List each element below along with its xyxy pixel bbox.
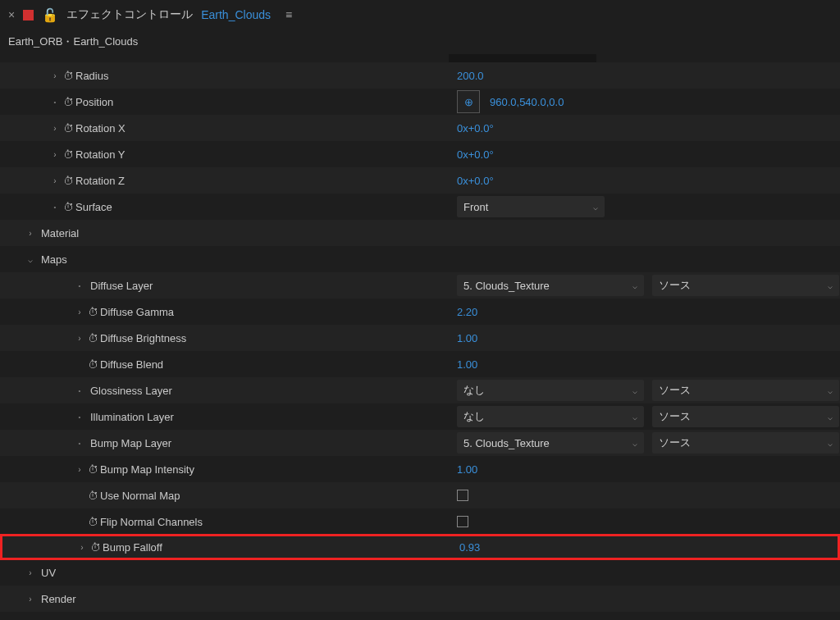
bullet-icon: • (74, 413, 85, 421)
chevron-down-icon: ⌵ (632, 386, 637, 395)
prop-row-flip-normal-channels: ⏱ Flip Normal Channels (0, 508, 840, 535)
stopwatch-icon[interactable]: ⏱ (85, 332, 100, 344)
diffuse-layer-source-dropdown[interactable]: ソース ⌵ (652, 275, 839, 296)
panel-header: × 🔓 エフェクトコントロール Earth_Clouds ≡ (0, 0, 840, 30)
glossiness-layer-source-dropdown[interactable]: ソース ⌵ (652, 380, 839, 401)
record-indicator-icon[interactable] (23, 10, 34, 21)
crosshair-button[interactable]: ⊕ (457, 90, 480, 113)
prop-label: Rotation Z (75, 175, 125, 187)
prop-label: Diffuse Layer (90, 280, 153, 292)
breadcrumb: Earth_ORB・Earth_Clouds (0, 30, 840, 54)
prop-row-illumination-layer: • Illumination Layer なし ⌵ ソース ⌵ (0, 403, 840, 430)
prop-row-radius: › ⏱ Radius 200.0 (0, 62, 840, 89)
flip-normal-channels-checkbox[interactable] (457, 516, 468, 527)
prop-label: Bump Map Layer (90, 437, 171, 449)
stopwatch-icon[interactable]: ⏱ (61, 96, 75, 108)
value-bump-map-intensity[interactable]: 1.00 (457, 463, 477, 476)
prop-label: Diffuse Blend (100, 358, 163, 371)
chevron-down-icon: ⌵ (828, 386, 833, 395)
prop-row-bump-falloff: › ⏱ Bump Falloff 0.93 (0, 534, 840, 560)
chevron-down-icon: ⌵ (828, 281, 833, 290)
chevron-down-icon: ⌵ (593, 203, 598, 212)
prop-row-rotation-x: › ⏱ Rotation X 0x+0.0° (0, 115, 840, 141)
prop-label: Radius (75, 70, 108, 82)
twisty-icon[interactable]: › (74, 308, 85, 317)
stopwatch-icon[interactable]: ⏱ (85, 358, 100, 371)
lock-icon[interactable]: 🔓 (42, 7, 58, 23)
stopwatch-icon[interactable]: ⏱ (61, 70, 75, 82)
stopwatch-icon[interactable]: ⏱ (88, 541, 103, 554)
value-rotation-y[interactable]: 0x+0.0° (457, 148, 494, 161)
prop-row-render: › Render (0, 586, 840, 612)
stopwatch-icon[interactable]: ⏱ (85, 463, 100, 476)
twisty-icon[interactable]: › (25, 595, 36, 604)
panel-title-layer-link[interactable]: Earth_Clouds (201, 8, 271, 21)
prop-row-position: • ⏱ Position ⊕ 960.0,540.0,0.0 (0, 89, 840, 115)
prop-row-bump-map-intensity: › ⏱ Bump Map Intensity 1.00 (0, 456, 840, 482)
dropdown-value: 5. Clouds_Texture (463, 437, 550, 449)
stopwatch-icon[interactable]: ⏱ (85, 306, 100, 318)
value-diffuse-gamma[interactable]: 2.20 (457, 306, 477, 318)
prop-label: Surface (75, 201, 112, 213)
bump-map-layer-source-dropdown[interactable]: ソース ⌵ (652, 432, 839, 454)
prop-row-diffuse-blend: ⏱ Diffuse Blend 1.00 (0, 351, 840, 377)
prop-row-use-normal-map: ⏱ Use Normal Map (0, 482, 840, 508)
prop-label: Flip Normal Channels (100, 516, 203, 528)
prop-row-material: › Material (0, 220, 840, 246)
prop-row-bump-map-layer: • Bump Map Layer 5. Clouds_Texture ⌵ ソース… (0, 430, 840, 456)
prop-label: Maps (41, 253, 67, 266)
bullet-icon: • (74, 440, 85, 447)
illumination-layer-dropdown[interactable]: なし ⌵ (457, 406, 644, 427)
use-normal-map-checkbox[interactable] (457, 490, 468, 501)
bullet-icon: • (74, 282, 85, 289)
prop-row-surface: • ⏱ Surface Front ⌵ (0, 194, 840, 220)
stopwatch-icon[interactable]: ⏱ (61, 175, 75, 187)
value-bump-falloff[interactable]: 0.93 (459, 541, 480, 554)
value-rotation-x[interactable]: 0x+0.0° (457, 122, 494, 134)
prop-label: Bump Falloff (103, 541, 162, 554)
prop-row-rotation-y: › ⏱ Rotation Y 0x+0.0° (0, 141, 840, 167)
stopwatch-icon[interactable]: ⏱ (85, 516, 100, 528)
value-position[interactable]: 960.0,540.0,0.0 (490, 96, 564, 108)
dropdown-value: なし (463, 409, 485, 424)
surface-dropdown[interactable]: Front ⌵ (457, 196, 605, 217)
diffuse-layer-dropdown[interactable]: 5. Clouds_Texture ⌵ (457, 275, 644, 296)
twisty-icon[interactable]: › (49, 150, 61, 159)
dropdown-value: ソース (659, 435, 691, 450)
stopwatch-icon[interactable]: ⏱ (61, 201, 75, 213)
value-diffuse-blend[interactable]: 1.00 (457, 358, 477, 371)
properties-list: › ⏱ Radius 200.0 • ⏱ Position ⊕ 960.0,54… (0, 62, 840, 612)
prop-row-glossiness-layer: • Glossiness Layer なし ⌵ ソース ⌵ (0, 377, 840, 403)
twisty-icon[interactable]: › (74, 334, 85, 343)
twisty-open-icon[interactable]: ⌵ (25, 255, 36, 264)
prop-label: Render (41, 593, 76, 605)
twisty-icon[interactable]: › (74, 465, 85, 474)
glossiness-layer-dropdown[interactable]: なし ⌵ (457, 380, 644, 401)
twisty-icon[interactable]: › (49, 124, 61, 133)
value-diffuse-brightness[interactable]: 1.00 (457, 332, 477, 344)
prop-label: UV (41, 567, 56, 579)
twisty-icon[interactable]: › (49, 71, 61, 80)
prop-label: Bump Map Intensity (100, 463, 194, 476)
stopwatch-icon[interactable]: ⏱ (61, 122, 75, 134)
prop-label: Glossiness Layer (90, 385, 172, 397)
value-rotation-z[interactable]: 0x+0.0° (457, 175, 494, 187)
prop-row-diffuse-brightness: › ⏱ Diffuse Brightness 1.00 (0, 325, 840, 351)
twisty-icon[interactable]: › (76, 543, 88, 552)
twisty-icon[interactable]: › (25, 568, 36, 577)
illumination-layer-source-dropdown[interactable]: ソース ⌵ (652, 406, 839, 427)
dropdown-value: なし (463, 383, 485, 398)
close-icon[interactable]: × (8, 8, 15, 21)
bump-map-layer-dropdown[interactable]: 5. Clouds_Texture ⌵ (457, 432, 644, 454)
stopwatch-icon[interactable]: ⏱ (85, 490, 100, 502)
value-radius[interactable]: 200.0 (457, 70, 484, 82)
panel-menu-icon[interactable]: ≡ (285, 8, 292, 21)
dropdown-value: 5. Clouds_Texture (463, 280, 550, 292)
twisty-icon[interactable]: › (25, 229, 36, 238)
stopwatch-icon[interactable]: ⏱ (61, 148, 75, 161)
twisty-icon[interactable]: › (49, 176, 61, 185)
dropdown-value: Front (463, 201, 488, 213)
prop-label: Diffuse Brightness (100, 332, 186, 344)
chevron-down-icon: ⌵ (632, 439, 637, 448)
prop-label: Rotation X (75, 122, 126, 134)
